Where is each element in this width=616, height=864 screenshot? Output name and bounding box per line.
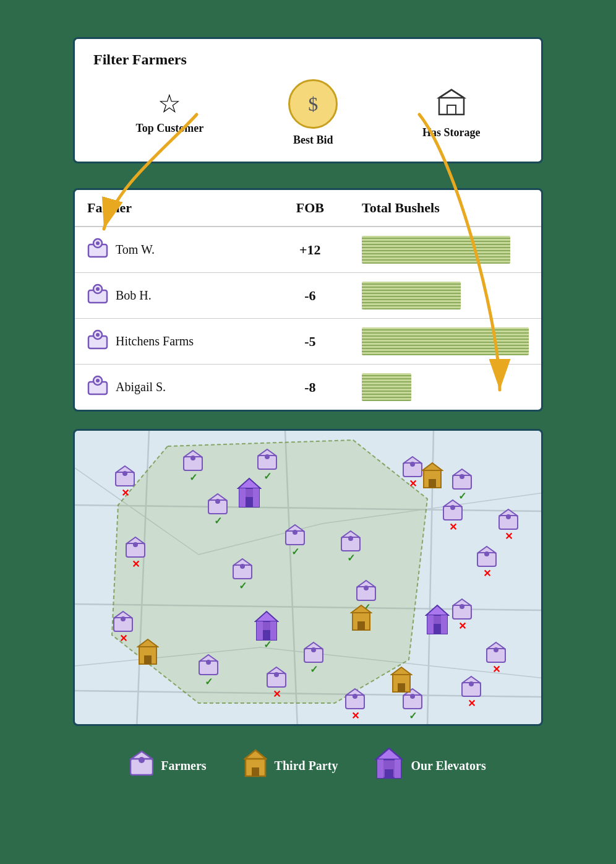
filter-farmers-box: Filter Farmers ☆ Top Customer $ Best Bid [73,37,543,163]
farmer-name-bob: Bob H. [116,288,152,303]
svg-line-23 [75,647,260,666]
farmer-icon [87,329,108,354]
svg-point-79 [469,681,474,686]
svg-point-37 [293,530,297,535]
filter-best-bid[interactable]: $ Best Bid [288,79,338,147]
map-marker[interactable]: ✕ [443,499,463,533]
svg-marker-121 [426,605,448,615]
svg-point-55 [121,616,126,621]
map-marker[interactable]: ✓ [452,468,472,502]
fob-tom: +12 [271,227,349,273]
map-marker[interactable]: ✓ [341,530,361,564]
svg-rect-112 [246,497,253,507]
svg-point-28 [190,456,195,460]
map-legend: Farmers Third Party [73,741,543,790]
table-row: Bob H. -6 [75,273,541,319]
svg-point-31 [265,454,270,459]
svg-point-52 [133,542,138,547]
third-party-legend-icon [244,749,267,782]
map-marker[interactable]: ✕ [477,545,497,579]
map-marker[interactable]: ✓ [199,654,218,688]
map-marker[interactable]: ✓ [285,524,305,558]
svg-marker-102 [351,605,371,613]
map-marker[interactable]: ✕ [498,508,518,542]
svg-point-91 [311,647,316,652]
svg-rect-109 [398,683,405,692]
farmer-name-tom: Tom W. [116,243,155,257]
svg-point-61 [410,462,415,467]
table-row: Abigail S. -8 [75,365,541,410]
map-elevator-purple [254,610,279,644]
svg-line-17 [137,431,149,724]
map-marker[interactable]: ✕ [461,675,481,709]
farmer-name-hitchens: Hitchens Farms [116,334,194,348]
map-marker[interactable]: ✕ [452,598,472,632]
svg-point-34 [215,499,220,504]
table-row: Tom W. +12 [75,227,541,273]
svg-marker-105 [422,463,442,470]
map-elevator-gold [137,638,159,668]
filter-title: Filter Farmers [93,51,523,68]
map-marker[interactable]: ✕ [267,666,286,700]
svg-point-13 [96,379,100,382]
farmer-icon [87,237,108,262]
map-marker[interactable]: ✕ [126,536,145,570]
svg-rect-133 [385,769,393,778]
best-bid-circle: $ [288,79,338,129]
our-elevators-label: Our Elevators [411,759,486,773]
svg-point-49 [122,471,127,476]
svg-point-76 [506,514,511,519]
map-marker[interactable]: ✕ [115,465,135,499]
svg-rect-130 [252,767,259,776]
svg-point-70 [460,604,464,609]
bushels-bar [362,327,529,355]
svg-point-85 [348,536,353,541]
svg-point-82 [353,694,357,699]
map-marker[interactable]: ✕ [113,610,133,644]
legend-our-elevators: Our Elevators [375,747,486,784]
svg-rect-134 [377,759,383,778]
svg-marker-111 [238,478,260,488]
filter-has-storage[interactable]: Has Storage [422,87,481,139]
legend-farmers: Farmers [130,747,206,784]
map-marker[interactable]: ✓ [183,449,203,483]
filter-top-customer[interactable]: ☆ Top Customer [135,91,203,135]
svg-rect-106 [429,479,436,488]
map-marker[interactable]: ✕ [345,688,365,722]
svg-line-14 [75,505,541,511]
svg-rect-119 [270,621,276,640]
bushels-bar-tom [349,227,541,273]
map-marker[interactable]: ✓ [208,493,228,527]
farmer-name-abigail: Abigail S. [116,380,166,394]
svg-rect-117 [263,630,270,640]
farmer-cell-bob: Bob H. [75,273,271,319]
fob-bob: -6 [271,273,349,319]
map-elevator-purple [237,477,262,511]
dollar-icon: $ [308,93,318,116]
bushels-bar [362,373,411,401]
svg-rect-118 [257,621,263,640]
svg-point-7 [96,287,100,291]
svg-point-94 [460,474,464,479]
farmers-label: Farmers [161,759,206,773]
svg-point-73 [494,647,498,652]
svg-line-18 [285,431,297,724]
map-section: ✓ ✓ ✓ ✓ ✓ ✓ ✓ ✕ [73,429,543,726]
map-marker[interactable]: ✓ [304,641,323,675]
svg-point-64 [450,505,455,510]
map-marker[interactable]: ✓ [233,558,252,592]
col-bushels: Total Bushels [349,190,541,227]
farmer-cell-hitchens: Hitchens Farms [75,319,271,365]
map-elevator-gold [390,666,413,696]
svg-rect-122 [434,624,441,634]
our-elevators-legend-icon [375,747,403,784]
farmer-icon [87,374,108,400]
map-marker[interactable]: ✕ [403,456,422,490]
bushels-bar [362,236,510,264]
bushels-bar-hitchens [349,319,541,365]
bushels-bar [362,282,461,309]
map-marker[interactable]: ✕ [486,641,506,675]
svg-point-88 [364,585,369,590]
svg-rect-124 [441,615,447,634]
map-elevator-gold [350,604,372,634]
